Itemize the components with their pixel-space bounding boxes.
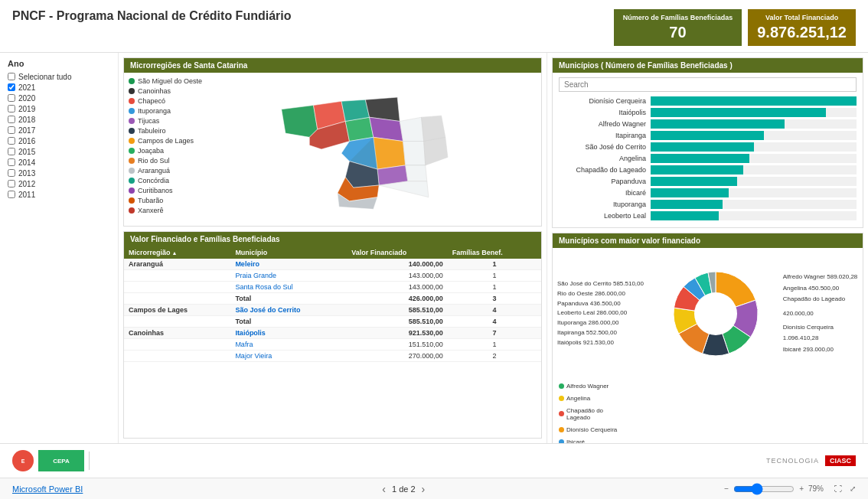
year-item-2016[interactable]: 2016 xyxy=(8,137,110,145)
bar-row[interactable]: Itapiranga xyxy=(559,131,857,140)
bar-label: Itapiranga xyxy=(559,132,651,139)
bar-row[interactable]: Ituporanga xyxy=(559,200,857,209)
cepa-logo: CEPA xyxy=(38,450,84,471)
bar-row[interactable]: Papanduva xyxy=(559,177,857,186)
value-stat-label: Valor Total Financiado xyxy=(765,14,838,22)
donut-label: Leoberto Leal 286.000,00 xyxy=(557,308,648,318)
bar-row[interactable]: Leoberto Leal xyxy=(559,211,857,220)
legend-dot xyxy=(129,197,135,204)
cell-municipality[interactable]: São José do Cerrito xyxy=(230,304,347,315)
center-panel: Microrregiões de Santa Catarina São Migu… xyxy=(119,53,547,443)
cell-group xyxy=(124,292,230,304)
year-item-2011[interactable]: 2011 xyxy=(8,191,110,199)
families-stat-box: Número de Famílias Beneficiadas 70 xyxy=(614,9,742,46)
year-item-2014[interactable]: 2014 xyxy=(8,158,110,167)
cell-municipality[interactable]: Mafra xyxy=(230,338,347,350)
bar-track xyxy=(651,165,857,174)
year-item-2012[interactable]: 2012 xyxy=(8,180,110,188)
col-valor[interactable]: Valor Financiado xyxy=(347,246,448,259)
donut-label: Chapadão do Lageado xyxy=(783,294,858,305)
year-checkbox-2016[interactable] xyxy=(8,137,15,145)
year-label-2013: 2013 xyxy=(18,169,35,178)
donut-right-labels: Alfredo Wagner 589.020,28 Angelina 450.5… xyxy=(783,272,858,355)
bar-row[interactable]: São José do Cerrito xyxy=(559,142,857,152)
year-item-2020[interactable]: 2020 xyxy=(8,94,110,103)
legend-label: São Miguel do Oeste xyxy=(138,77,202,85)
col-microrregiao[interactable]: Microrregião xyxy=(124,246,230,259)
map-legend-item: Concórdia xyxy=(129,177,228,184)
bar-track xyxy=(651,131,857,140)
donut-label: Itaiópolis 921.530,00 xyxy=(557,338,648,348)
cell-municipality[interactable]: Meleiro xyxy=(230,259,347,270)
bar-fill xyxy=(651,165,743,174)
cell-municipality[interactable]: Major Vieira xyxy=(230,350,347,361)
bar-fill xyxy=(651,108,826,117)
select-all-checkbox[interactable] xyxy=(8,73,15,80)
bar-row[interactable]: Ibicaré xyxy=(559,188,857,197)
year-label-2015: 2015 xyxy=(18,148,35,156)
cell-municipality[interactable]: Santa Rosa do Sul xyxy=(230,281,347,292)
bar-row[interactable]: Chapadão do Lageado xyxy=(559,165,857,174)
bar-row[interactable]: Angelina xyxy=(559,154,857,163)
year-checkbox-2015[interactable] xyxy=(8,148,15,155)
sc-map[interactable] xyxy=(234,77,537,221)
year-checkbox-2014[interactable] xyxy=(8,158,15,166)
cell-municipality: Total xyxy=(230,292,347,304)
donut-label: Dionísio Cerqueira 1.096.410,28 xyxy=(783,322,858,344)
year-checkbox-2011[interactable] xyxy=(8,191,15,198)
donut-legend-item: Angelina xyxy=(559,395,590,402)
donut-label: 420.000,00 xyxy=(783,308,858,319)
table-row: Total585.510,004 xyxy=(124,315,541,327)
cell-families: 1 xyxy=(448,259,541,270)
epagri-logo-icon: E xyxy=(12,450,34,471)
table-row: Praia Grande143.000,001 xyxy=(124,269,541,281)
col-familias[interactable]: Famílias Benef. xyxy=(448,246,541,259)
year-item-2013[interactable]: 2013 xyxy=(8,169,110,178)
map-section: Microrregiões de Santa Catarina São Migu… xyxy=(123,57,542,227)
donut-label: São José do Cerrito 585.510,00 xyxy=(557,279,648,289)
year-checkbox-2019[interactable] xyxy=(8,105,15,113)
bar-chart-section: Municípios ( Número de Famílias Benefici… xyxy=(552,57,863,228)
cell-municipality[interactable]: Itaiópolis xyxy=(230,327,347,338)
map-area[interactable] xyxy=(234,77,537,221)
year-checkbox-2021[interactable] xyxy=(8,83,15,91)
bar-row[interactable]: Alfredo Wagner xyxy=(559,119,857,129)
page-next-button[interactable]: › xyxy=(422,483,426,495)
donut-dot xyxy=(559,427,564,432)
zoom-plus[interactable]: + xyxy=(799,484,804,493)
bar-row[interactable]: Dionísio Cerqueira xyxy=(559,96,857,106)
donut-svg xyxy=(654,253,777,375)
year-item-2021[interactable]: 2021 xyxy=(8,83,110,92)
zoom-minus[interactable]: − xyxy=(724,484,729,493)
year-checkbox-2020[interactable] xyxy=(8,94,15,102)
zoom-slider[interactable] xyxy=(733,483,795,495)
year-item-2018[interactable]: 2018 xyxy=(8,116,110,124)
year-checkbox-2012[interactable] xyxy=(8,180,15,188)
powerbi-link[interactable]: Microsoft Power BI xyxy=(12,484,83,494)
bar-row[interactable]: Itaiópolis xyxy=(559,108,857,117)
year-item-2019[interactable]: 2019 xyxy=(8,105,110,113)
cell-value: 143.000,00 xyxy=(347,269,448,281)
bar-label: Papanduva xyxy=(559,178,651,185)
cell-families: 2 xyxy=(448,350,541,361)
cell-group: Campos de Lages xyxy=(124,304,230,315)
col-municipio[interactable]: Município xyxy=(230,246,347,259)
year-item-2017[interactable]: 2017 xyxy=(8,126,110,135)
cell-municipality[interactable]: Praia Grande xyxy=(230,269,347,281)
bar-label: Leoberto Leal xyxy=(559,212,651,220)
expand-icon[interactable]: ⤢ xyxy=(850,484,856,493)
fullscreen-icon[interactable]: ⛶ xyxy=(834,484,842,493)
map-legend-item: Xanxerê xyxy=(129,207,228,214)
search-input[interactable] xyxy=(559,77,857,92)
legend-label: Concórdia xyxy=(138,177,169,184)
select-all-item[interactable]: Selecionar tudo xyxy=(8,73,110,81)
year-checkbox-2013[interactable] xyxy=(8,169,15,177)
year-item-2015[interactable]: 2015 xyxy=(8,148,110,156)
epagri-logo: E CEPA xyxy=(12,450,90,471)
year-checkbox-2017[interactable] xyxy=(8,126,15,134)
table-scroll[interactable]: Microrregião Município Valor Financiado … xyxy=(124,246,541,362)
year-checkbox-2018[interactable] xyxy=(8,116,15,123)
map-legend-item: Tubarão xyxy=(129,197,228,204)
legend-label: Tubarão xyxy=(138,197,163,204)
page-prev-button[interactable]: ‹ xyxy=(382,483,386,495)
